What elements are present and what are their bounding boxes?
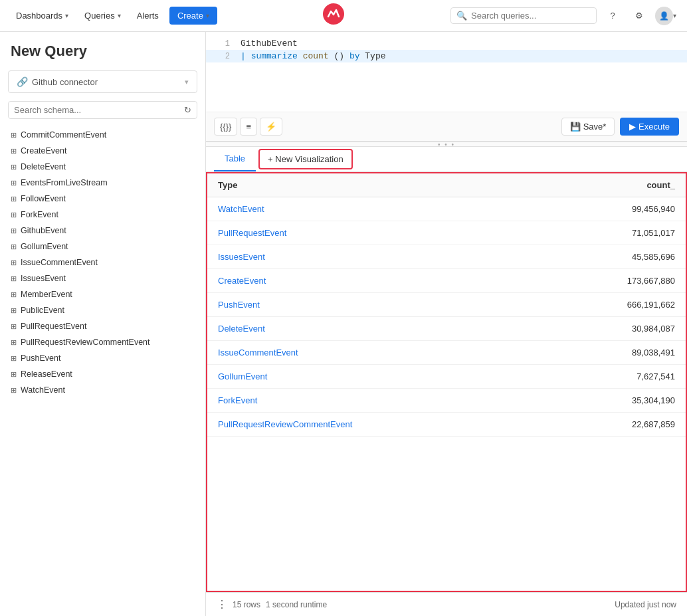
schema-item[interactable]: ⊞ReleaseEvent [0,366,205,382]
schema-item[interactable]: ⊞FollowEvent [0,191,205,207]
results-table-container[interactable]: Type count_ WatchEvent 99,456,940 PullRe… [206,172,687,592]
help-icon[interactable]: ? [602,5,623,27]
cell-type: IssueCommentEvent [207,341,542,365]
editor-line-2: 2 | summarize count () by Type [206,50,687,62]
table-row[interactable]: GollumEvent 7,627,541 [207,365,686,389]
dashboards-nav[interactable]: Dashboards ▾ [11,8,74,23]
cell-count: 30,984,087 [542,317,686,341]
execute-label: ▶ Execute [629,122,670,132]
schema-item[interactable]: ⊞GollumEvent [0,239,205,255]
schema-item[interactable]: ⊞PullRequestReviewCommentEvent [0,334,205,350]
table-row[interactable]: PullRequestEvent 71,051,017 [207,221,686,245]
queries-nav[interactable]: Queries ▾ [79,8,126,23]
cell-type: ForkEvent [207,389,542,413]
table-row[interactable]: WatchEvent 99,456,940 [207,197,686,221]
table-icon: ⊞ [11,306,17,315]
schema-item[interactable]: ⊞GithubEvent [0,223,205,239]
cell-count: 89,038,491 [542,341,686,365]
schema-item[interactable]: ⊞EventsFromLiveStream [0,175,205,191]
col-header-type: Type [207,173,542,197]
search-bar[interactable]: 🔍 [450,7,597,24]
schema-item[interactable]: ⊞PublicEvent [0,302,205,318]
results-table: Type count_ WatchEvent 99,456,940 PullRe… [207,173,686,437]
table-icon: ⊞ [11,322,17,331]
editor-area[interactable]: 1 GithubEvent 2 | summarize count () by … [206,32,687,112]
table-row[interactable]: IssueCommentEvent 89,038,491 [207,341,686,365]
table-icon: ⊞ [11,227,17,235]
bolt-button[interactable]: ⚡ [260,118,282,136]
table-row[interactable]: PushEvent 666,191,662 [207,293,686,317]
toolbar-right: 💾 Save* ▶ Execute [561,118,679,136]
schema-item[interactable]: ⊞DeleteEvent [0,159,205,175]
cell-type: CreateEvent [207,269,542,293]
dashboards-label: Dashboards [16,11,62,21]
table-row[interactable]: CreateEvent 173,667,880 [207,269,686,293]
table-row[interactable]: PullRequestReviewCommentEvent 22,687,859 [207,413,686,437]
create-button[interactable]: Create ▾ [169,7,217,25]
table-icon: ⊞ [11,386,17,395]
schema-item[interactable]: ⊞WatchEvent [0,382,205,398]
schema-item[interactable]: ⊞IssuesEvent [0,270,205,286]
line-number-1: 1 [214,39,230,49]
save-label: Save* [583,122,607,132]
cell-count: 99,456,940 [542,197,686,221]
col-header-count: count_ [542,173,686,197]
footer-left: ⋮ 15 rows 1 second runtime [217,598,327,611]
alerts-label: Alerts [137,11,159,21]
line-code-1: GithubEvent [241,39,298,49]
format-button[interactable]: {{}} [214,118,237,136]
schema-item[interactable]: ⊞PushEvent [0,350,205,366]
connector-icon: 🔗 [17,76,28,87]
content-area: 1 GithubEvent 2 | summarize count () by … [206,32,687,616]
table-icon: ⊞ [11,290,17,299]
save-button[interactable]: 💾 Save* [561,118,615,136]
list-button[interactable]: ≡ [240,118,257,136]
footer-menu-icon[interactable]: ⋮ [217,598,227,611]
query-editor: 1 GithubEvent 2 | summarize count () by … [206,32,687,142]
editor-line-1: 1 GithubEvent [206,37,687,50]
connector-selector[interactable]: 🔗 Github connector ▾ [8,70,197,93]
search-input[interactable] [471,11,591,21]
new-visualization-button[interactable]: + New Visualization [258,149,353,169]
tab-table[interactable]: Table [214,147,256,171]
cell-type: IssuesEvent [207,245,542,269]
cell-count: 173,667,880 [542,269,686,293]
schema-search-input[interactable] [14,105,180,115]
main-layout: New Query 🔗 Github connector ▾ ↻ ⊞Commit… [0,32,687,616]
schema-search[interactable]: ↻ [8,101,197,119]
cell-count: 45,585,696 [542,245,686,269]
user-avatar[interactable]: 👤 ▾ [655,5,676,27]
list-icon: ≡ [246,122,251,132]
alerts-nav[interactable]: Alerts [132,8,164,23]
schema-item[interactable]: ⊞PullRequestEvent [0,318,205,334]
table-header-row: Type count_ [207,173,686,197]
navbar: Dashboards ▾ Queries ▾ Alerts Create ▾ 🔍… [0,0,687,32]
table-icon: ⊞ [11,258,17,267]
table-row[interactable]: ForkEvent 35,304,190 [207,389,686,413]
table-icon: ⊞ [11,195,17,203]
app-logo [323,3,344,29]
updated-info: Updated just now [615,600,676,609]
settings-icon[interactable]: ⚙ [629,5,650,27]
schema-item[interactable]: ⊞CreateEvent [0,143,205,159]
schema-item[interactable]: ⊞IssueCommentEvent [0,255,205,270]
line-code-2: | summarize count () by Type [241,51,386,61]
table-icon: ⊞ [11,370,17,379]
avatar: 👤 [655,7,673,25]
table-body: WatchEvent 99,456,940 PullRequestEvent 7… [207,197,686,437]
table-row[interactable]: DeleteEvent 30,984,087 [207,317,686,341]
toolbar-left: {{}} ≡ ⚡ [214,118,282,136]
footer: ⋮ 15 rows 1 second runtime Updated just … [206,592,687,616]
table-row[interactable]: IssuesEvent 45,585,696 [207,245,686,269]
connector-label: Github connector [32,77,98,87]
schema-item[interactable]: ⊞MemberEvent [0,286,205,302]
schema-item[interactable]: ⊞ForkEvent [0,207,205,223]
schema-item[interactable]: ⊞CommitCommentEvent [0,127,205,143]
resize-handle[interactable]: • • • [206,142,687,147]
bolt-icon: ⚡ [266,122,276,132]
runtime-info: 1 second runtime [266,600,327,609]
rows-info: 15 rows [233,600,260,609]
execute-button[interactable]: ▶ Execute [620,118,679,136]
refresh-icon[interactable]: ↻ [184,105,191,115]
schema-list: ⊞CommitCommentEvent⊞CreateEvent⊞DeleteEv… [0,124,205,616]
